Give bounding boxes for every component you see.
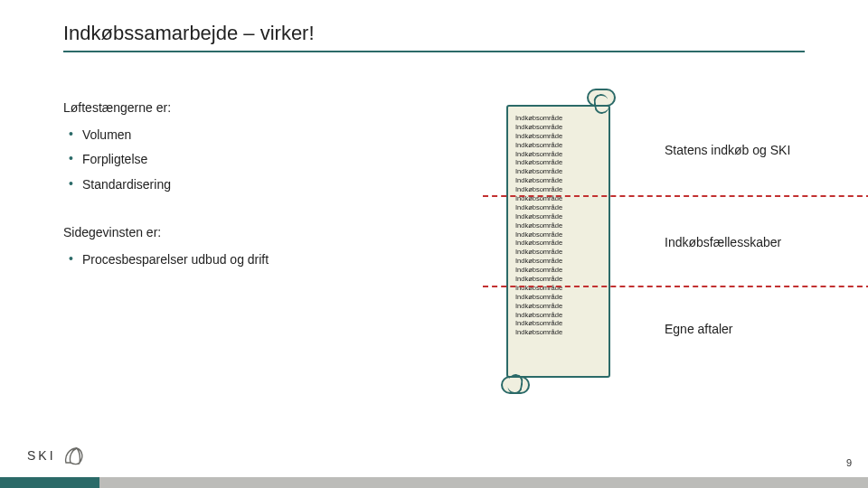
bullet-text: Standardisering bbox=[82, 176, 171, 194]
scroll-line-item: Indkøbsområde bbox=[515, 212, 562, 221]
bullet-icon: • bbox=[69, 127, 73, 142]
scroll-line-item: Indkøbsområde bbox=[515, 230, 562, 239]
scroll-line-item: Indkøbsområde bbox=[515, 328, 562, 337]
scroll-line-item: Indkøbsområde bbox=[515, 248, 562, 257]
scroll-line-item: Indkøbsområde bbox=[515, 302, 562, 311]
slide-title: Indkøbssamarbejde – virker! bbox=[63, 22, 315, 45]
category-label-3: Egne aftaler bbox=[665, 322, 733, 336]
title-underline bbox=[63, 51, 805, 52]
list-item: •Volumen bbox=[69, 127, 407, 145]
scroll-line-item: Indkøbsområde bbox=[515, 319, 562, 328]
scroll-line-item: Indkøbsområde bbox=[515, 167, 562, 176]
bullet-icon: • bbox=[69, 176, 73, 192]
scroll-line-item: Indkøbsområde bbox=[515, 203, 562, 212]
bullet-text: Procesbesparelser udbud og drift bbox=[82, 251, 269, 269]
section-heading-2: Sidegevinsten er: bbox=[63, 224, 407, 242]
scroll-line-item: Indkøbsområde bbox=[515, 150, 562, 159]
bullet-text: Forpligtelse bbox=[82, 151, 147, 169]
list-item: •Forpligtelse bbox=[69, 151, 407, 169]
logo-mark-icon bbox=[61, 445, 85, 466]
scroll-graphic: IndkøbsområdeIndkøbsområdeIndkøbsområdeI… bbox=[506, 90, 610, 392]
category-label-2: Indkøbsfællesskaber bbox=[665, 235, 781, 249]
scroll-line-item: Indkøbsområde bbox=[515, 132, 562, 141]
scroll-line-item: Indkøbsområde bbox=[515, 239, 562, 248]
scroll-text-list: IndkøbsområdeIndkøbsområdeIndkøbsområdeI… bbox=[515, 114, 562, 337]
category-label-1: Statens indkøb og SKI bbox=[665, 143, 790, 157]
page-number: 9 bbox=[846, 457, 852, 468]
scroll-line-item: Indkøbsområde bbox=[515, 185, 562, 194]
logo-text: SKI bbox=[27, 448, 56, 463]
list-item: •Standardisering bbox=[69, 176, 407, 194]
section-heading-1: Løftestængerne er: bbox=[63, 99, 407, 117]
red-divider-line bbox=[483, 286, 868, 287]
bullet-icon: • bbox=[69, 251, 73, 267]
bullet-icon: • bbox=[69, 151, 73, 166]
scroll-curl-top-icon bbox=[587, 89, 616, 107]
scroll-line-item: Indkøbsområde bbox=[515, 311, 562, 320]
list-item: •Procesbesparelser udbud og drift bbox=[69, 251, 407, 269]
red-divider-line bbox=[483, 195, 868, 197]
scroll-line-item: Indkøbsområde bbox=[515, 293, 562, 302]
scroll-line-item: Indkøbsområde bbox=[515, 141, 562, 150]
bullet-list-1: •Volumen •Forpligtelse •Standardisering bbox=[69, 127, 407, 194]
bullet-list-2: •Procesbesparelser udbud og drift bbox=[69, 251, 407, 269]
footer-logo: SKI bbox=[27, 445, 85, 466]
scroll-line-item: Indkøbsområde bbox=[515, 266, 562, 275]
scroll-line-item: Indkøbsområde bbox=[515, 114, 562, 123]
scroll-curl-bottom-icon bbox=[501, 376, 530, 394]
scroll-line-item: Indkøbsområde bbox=[515, 275, 562, 284]
scroll-line-item: Indkøbsområde bbox=[515, 176, 562, 185]
scroll-line-item: Indkøbsområde bbox=[515, 158, 562, 167]
scroll-line-item: Indkøbsområde bbox=[515, 123, 562, 132]
left-text-block: Løftestængerne er: •Volumen •Forpligtels… bbox=[63, 99, 407, 277]
bullet-text: Volumen bbox=[82, 127, 131, 145]
footer-accent-bar bbox=[0, 477, 868, 488]
scroll-line-item: Indkøbsområde bbox=[515, 257, 562, 266]
scroll-line-item: Indkøbsområde bbox=[515, 221, 562, 230]
